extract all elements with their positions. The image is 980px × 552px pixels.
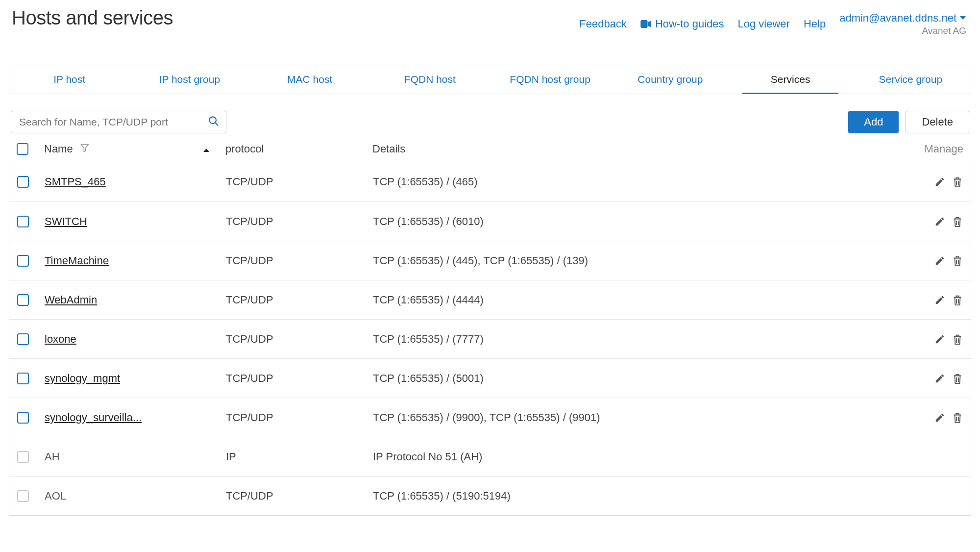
service-protocol: TCP/UDP <box>226 176 373 188</box>
delete-icon[interactable] <box>952 333 963 345</box>
service-details: TCP (1:65535) / (465) <box>373 176 909 188</box>
service-details: TCP (1:65535) / (445), TCP (1:65535) / (… <box>373 254 909 267</box>
service-details: TCP (1:65535) / (9900), TCP (1:65535) / … <box>373 411 909 424</box>
service-protocol: TCP/UDP <box>226 372 373 385</box>
service-protocol: TCP/UDP <box>226 490 373 502</box>
col-manage-header: Manage <box>900 143 963 155</box>
svg-point-1 <box>209 117 216 124</box>
edit-icon[interactable] <box>934 334 945 345</box>
row-checkbox[interactable] <box>17 216 29 227</box>
tab-country-group[interactable]: Country group <box>610 65 730 94</box>
edit-icon[interactable] <box>934 176 945 187</box>
delete-button[interactable]: Delete <box>906 111 969 133</box>
add-button[interactable]: Add <box>848 111 899 133</box>
service-name-link[interactable]: synology_surveilla... <box>45 411 142 424</box>
table-row: WebAdminTCP/UDPTCP (1:65535) / (4444) <box>9 280 971 319</box>
delete-icon[interactable] <box>952 255 963 267</box>
user-menu[interactable]: admin@avanet.ddns.net <box>839 12 966 25</box>
filter-icon[interactable] <box>80 143 90 155</box>
service-details: TCP (1:65535) / (6010) <box>373 215 909 228</box>
service-name-link[interactable]: SMTPS_465 <box>45 176 106 188</box>
table-row: AOLTCP/UDPTCP (1:65535) / (5190:5194) <box>9 476 971 515</box>
service-details: IP Protocol No 51 (AH) <box>373 451 909 463</box>
tab-bar: IP hostIP host groupMAC hostFQDN hostFQD… <box>9 65 971 94</box>
table-row: loxoneTCP/UDPTCP (1:65535) / (7777) <box>9 319 971 358</box>
service-details: TCP (1:65535) / (5001) <box>373 372 909 385</box>
org-name: Avanet AG <box>922 25 967 36</box>
service-name: AOL <box>45 490 66 502</box>
service-protocol: TCP/UDP <box>226 294 373 306</box>
col-protocol-header[interactable]: protocol <box>225 143 372 155</box>
service-details: TCP (1:65535) / (7777) <box>373 333 909 346</box>
svg-line-2 <box>216 123 219 125</box>
delete-icon[interactable] <box>952 294 963 306</box>
service-protocol: TCP/UDP <box>226 411 373 424</box>
service-name-link[interactable]: SWITCH <box>45 215 87 227</box>
service-details: TCP (1:65535) / (4444) <box>373 294 909 306</box>
svg-rect-0 <box>640 20 647 28</box>
col-details-header[interactable]: Details <box>372 143 900 155</box>
tab-fqdn-host[interactable]: FQDN host <box>370 65 490 94</box>
select-all-checkbox[interactable] <box>17 143 28 155</box>
help-link[interactable]: Help <box>804 18 826 30</box>
search-field-wrap <box>11 111 226 133</box>
tab-ip-host[interactable]: IP host <box>9 65 129 94</box>
tab-ip-host-group[interactable]: IP host group <box>129 65 249 94</box>
service-protocol: TCP/UDP <box>226 215 373 228</box>
chevron-down-icon <box>959 16 966 21</box>
tab-services[interactable]: Services <box>731 65 851 94</box>
row-checkbox[interactable] <box>17 294 29 306</box>
edit-icon[interactable] <box>934 295 945 305</box>
delete-icon[interactable] <box>952 412 963 424</box>
table-row: SMTPS_465TCP/UDPTCP (1:65535) / (465) <box>9 162 971 201</box>
row-checkbox[interactable] <box>17 333 29 345</box>
table-row: AHIPIP Protocol No 51 (AH) <box>9 437 971 476</box>
service-name-link[interactable]: synology_mgmt <box>45 372 120 384</box>
row-checkbox[interactable] <box>17 255 29 267</box>
service-name: AH <box>45 451 60 463</box>
tab-fqdn-host-group[interactable]: FQDN host group <box>490 65 610 94</box>
logviewer-link[interactable]: Log viewer <box>738 18 790 30</box>
edit-icon[interactable] <box>934 255 945 266</box>
delete-icon[interactable] <box>952 216 963 227</box>
search-icon[interactable] <box>208 116 219 128</box>
table-row: SWITCHTCP/UDPTCP (1:65535) / (6010) <box>9 201 971 241</box>
table-row: synology_surveilla...TCP/UDPTCP (1:65535… <box>9 398 971 437</box>
service-details: TCP (1:65535) / (5190:5194) <box>373 490 909 502</box>
guides-link[interactable]: How-to guides <box>640 18 724 30</box>
service-name-link[interactable]: loxone <box>45 333 76 345</box>
table-row: synology_mgmtTCP/UDPTCP (1:65535) / (500… <box>9 358 971 398</box>
row-checkbox[interactable] <box>17 412 29 424</box>
row-checkbox <box>17 451 29 463</box>
service-name-link[interactable]: TimeMachine <box>45 254 109 267</box>
tab-service-group[interactable]: Service group <box>851 65 971 94</box>
edit-icon[interactable] <box>934 216 945 227</box>
service-protocol: TCP/UDP <box>226 254 373 267</box>
feedback-link[interactable]: Feedback <box>579 18 627 30</box>
row-checkbox[interactable] <box>17 176 29 188</box>
row-checkbox[interactable] <box>17 373 29 384</box>
sort-ascending-icon[interactable] <box>203 143 210 155</box>
page-title: Hosts and services <box>12 7 173 29</box>
service-protocol: IP <box>226 451 373 463</box>
col-name-header[interactable]: Name <box>44 143 73 155</box>
service-protocol: TCP/UDP <box>226 333 373 346</box>
tab-mac-host[interactable]: MAC host <box>250 65 370 94</box>
row-checkbox <box>17 490 29 502</box>
delete-icon[interactable] <box>952 373 963 384</box>
edit-icon[interactable] <box>934 412 945 423</box>
delete-icon[interactable] <box>952 176 963 188</box>
service-name-link[interactable]: WebAdmin <box>45 294 97 306</box>
video-icon <box>640 20 651 28</box>
edit-icon[interactable] <box>934 373 945 384</box>
search-input[interactable] <box>18 116 202 128</box>
table-row: TimeMachineTCP/UDPTCP (1:65535) / (445),… <box>9 241 971 280</box>
